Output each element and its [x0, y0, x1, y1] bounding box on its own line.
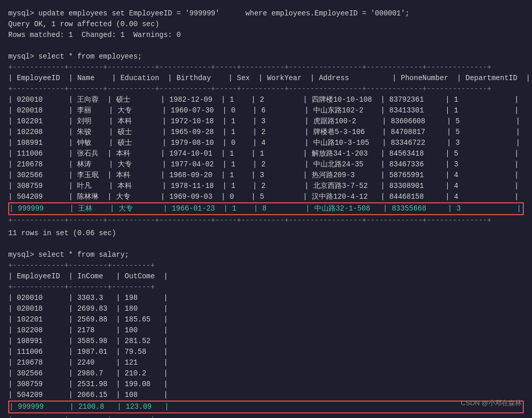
table-bottom-border: +------------+--------+-----------+-----…: [8, 215, 524, 226]
table-top-border: +------------+--------+-----------+-----…: [8, 62, 524, 73]
table-header-sep: +------------+---------+---------+: [8, 282, 524, 293]
table-row: | 504209 | 陈林琳 | 大专 | 1969-09-03 | 0 | 5…: [8, 192, 524, 202]
employees-table-container: +------------+--------+-----------+-----…: [8, 62, 524, 226]
table-row: | 020018 | 李丽 | 大专 | 1960-07-30 | 0 | 6 …: [8, 105, 524, 116]
update-result1: Query OK, 1 row affected (0.00 sec): [8, 19, 524, 30]
blank-line: [8, 41, 524, 51]
select-salary-command: mysql> select * from salary;: [8, 250, 524, 260]
table-bottom-border: +------------+---------+---------+: [8, 413, 524, 418]
table-row: | 111006 | 1987.01 | 79.58 |: [8, 347, 524, 357]
select-employees-command: mysql> select * from employees;: [8, 51, 524, 62]
table-row: | 020010 | 王向蓉 | 硕士 | 1982-12-09 | 1 | 2…: [8, 94, 524, 105]
salary-table-container: +------------+---------+---------+| Empl…: [8, 260, 524, 418]
table-header-sep: +------------+--------+-----------+-----…: [8, 84, 524, 94]
blank-line2: [8, 239, 524, 250]
table-row: | 210678 | 2240 | 121 |: [8, 357, 524, 368]
table-row: | 111006 | 张石兵 | 本科 | 1974-10-01 | 1 | 1…: [8, 148, 524, 159]
table-row: | 102201 | 刘明 | 本科 | 1972-10-18 | 1 | 3 …: [8, 116, 524, 127]
table-row: | 504209 | 2066.15 | 108 |: [8, 390, 524, 401]
table-row: | 302566 | 李玉珉 | 本科 | 1968-09-20 | 1 | 3…: [8, 170, 524, 181]
table-row: | 999999 | 王林 | 大专 | 1966-01-23 | 1 | 8 …: [9, 203, 523, 214]
table-row: | 102208 | 2178 | 100 |: [8, 325, 524, 336]
table-row: | 108991 | 3585.98 | 281.52 |: [8, 336, 524, 347]
table-row: | 999999 | 2100.8 | 123.09 |: [9, 402, 523, 412]
table-row: | 020018 | 2699.83 | 180 |: [8, 303, 524, 314]
table-top-border: +------------+---------+---------+: [8, 260, 524, 271]
update-command: mysql> update employees set EmployeeID =…: [8, 8, 524, 19]
highlighted-row-wrapper: | 999999 | 2100.8 | 123.09 |: [8, 401, 524, 413]
watermark: CSDN @小邓在森林: [461, 398, 522, 408]
highlighted-row-wrapper: | 999999 | 王林 | 大专 | 1966-01-23 | 1 | 8 …: [8, 202, 524, 215]
update-result2: Rows matched: 1 Changed: 1 Warnings: 0: [8, 30, 524, 41]
table-row: | 210678 | 林涛 | 大专 | 1977-04-02 | 1 | 2 …: [8, 159, 524, 170]
table-row: | 102208 | 朱骏 | 硕士 | 1965-09-28 | 1 | 2 …: [8, 127, 524, 138]
table-row: | 302566 | 2980.7 | 210.2 |: [8, 368, 524, 379]
table-row: | 308759 | 2531.98 | 199.08 |: [8, 379, 524, 390]
table-row: | 020010 | 3303.3 | 198 |: [8, 293, 524, 303]
table-row: | 308759 | 叶凡 | 本科 | 1978-11-18 | 1 | 2 …: [8, 181, 524, 192]
table-row: | 102201 | 2569.88 | 185.65 |: [8, 314, 524, 325]
table-header: | EmployeeID | Name | Education | Birthd…: [8, 73, 524, 84]
employees-row-count: 11 rows in set (0.06 sec): [8, 228, 524, 239]
table-header: | EmployeeID | InCome | OutCome |: [8, 271, 524, 282]
terminal: mysql> update employees set EmployeeID =…: [8, 8, 524, 418]
table-row: | 108991 | 钟敏 | 硕士 | 1979-08-10 | 0 | 4 …: [8, 138, 524, 148]
